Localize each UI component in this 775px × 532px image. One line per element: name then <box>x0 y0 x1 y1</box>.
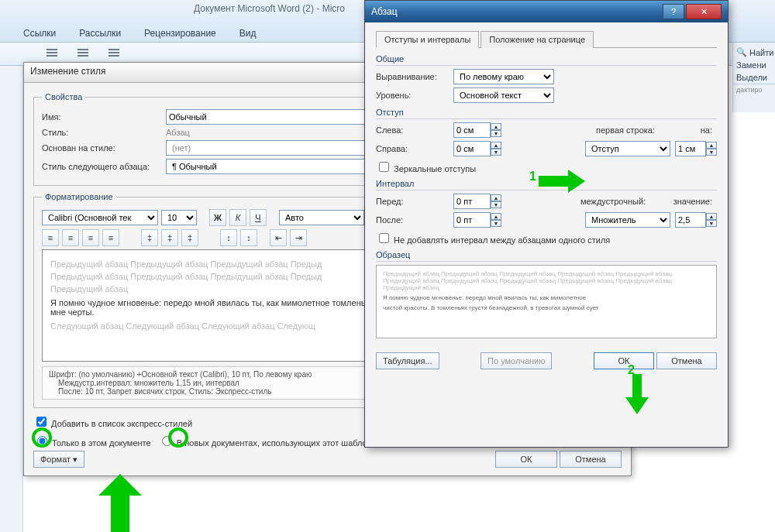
indent-right-label: Справа: <box>376 144 453 153</box>
close-button[interactable]: ✕ <box>686 4 722 19</box>
ribbon-tab-review[interactable]: Рецензирование <box>144 28 216 39</box>
properties-legend: Свойства <box>42 92 85 101</box>
line-spacing-1-button[interactable]: ‡ <box>141 229 158 246</box>
outline-level-select[interactable]: Основной текст <box>453 88 554 103</box>
space-before-spinner[interactable]: ▲▼ <box>453 194 501 209</box>
ribbon-tab-mailings[interactable]: Рассылки <box>79 28 121 39</box>
default-button[interactable]: По умолчанию <box>480 352 552 369</box>
line-spacing-at-spinner[interactable]: ▲▼ <box>675 212 717 228</box>
svg-rect-5 <box>78 55 88 57</box>
help-button[interactable]: ? <box>663 4 684 19</box>
space-before-dec-button[interactable]: ↕ <box>240 229 257 246</box>
font-name-select[interactable]: Calibri (Основной тек <box>42 210 158 225</box>
align-justify-button[interactable]: ≡ <box>102 229 119 246</box>
svg-rect-3 <box>78 49 88 50</box>
italic-button[interactable]: К <box>229 209 246 226</box>
paragraph-ok-button[interactable]: ОК <box>594 352 654 369</box>
svg-marker-10 <box>539 170 585 193</box>
select-link[interactable]: Выдели <box>733 71 775 84</box>
ribbon-tab-references[interactable]: Ссылки <box>23 28 56 39</box>
scope-this-doc-radio[interactable]: Только в этом документе <box>33 438 151 448</box>
svg-rect-2 <box>46 55 57 57</box>
add-quickstyle-checkbox[interactable]: Добавить в список экспресс-стилей <box>33 419 192 428</box>
space-before-label: Перед: <box>376 197 453 206</box>
cancel-button[interactable]: Отмена <box>560 451 622 468</box>
first-line-label: первая строка: <box>596 125 681 135</box>
line-spacing-15-button[interactable]: ‡ <box>161 229 178 246</box>
next-style-label: Стиль следующего абзаца: <box>42 162 166 171</box>
tabs-button[interactable]: Табуляция... <box>376 352 439 369</box>
type-value: Абзац <box>166 128 190 137</box>
by-label: на: <box>681 125 717 135</box>
svg-marker-11 <box>625 374 649 414</box>
line-spacing-label: междустрочный: <box>580 197 666 206</box>
tab-indents-spacing[interactable]: Отступы и интервалы <box>376 31 479 48</box>
at-label: значение: <box>666 197 717 206</box>
annotation-arrow-1 <box>539 170 585 193</box>
ribbon-tab-view[interactable]: Вид <box>239 28 257 39</box>
format-menu-button[interactable]: Формат ▾ <box>33 451 84 468</box>
paragraph-preview: Предыдущий абзац Предыдущий абзац Предыд… <box>376 265 717 338</box>
first-line-by-spinner[interactable]: ▲▼ <box>675 141 717 156</box>
paragraph-dialog: Абзац ? ✕ Отступы и интервалы Положение … <box>364 0 728 448</box>
indent-left-spinner[interactable]: ▲▼ <box>453 122 501 138</box>
underline-button[interactable]: Ч <box>250 209 267 226</box>
svg-rect-7 <box>108 52 119 53</box>
tab-line-breaks[interactable]: Положение на странице <box>480 31 594 48</box>
alignment-label: Выравнивание: <box>376 72 453 81</box>
based-on-label: Основан на стиле: <box>42 143 166 153</box>
no-space-same-style-checkbox[interactable]: Не добавлять интервал между абзацами одн… <box>376 231 610 245</box>
align-left-button[interactable]: ≡ <box>42 229 59 246</box>
annotation-arrow-2 <box>625 374 649 414</box>
annotation-label-1: 1 <box>529 170 536 184</box>
line-spacing-select[interactable]: Множитель <box>585 212 670 228</box>
type-label: Стиль: <box>42 128 166 137</box>
svg-rect-6 <box>108 49 119 50</box>
find-link[interactable]: 🔍 Найти <box>733 46 775 59</box>
name-label: Имя: <box>42 112 166 122</box>
align-right-button[interactable]: ≡ <box>82 229 99 246</box>
replace-link[interactable]: Замени <box>733 59 775 71</box>
formatting-legend: Форматирование <box>42 192 116 201</box>
align-center-button[interactable]: ≡ <box>62 229 79 246</box>
indent-right-spinner[interactable]: ▲▼ <box>453 141 501 156</box>
outline-level-label: Уровень: <box>376 91 453 100</box>
mirror-indents-checkbox[interactable]: Зеркальные отступы <box>376 160 476 174</box>
alignment-select[interactable]: По левому краю <box>453 69 554 84</box>
line-spacing-2-button[interactable]: ‡ <box>181 229 198 246</box>
paragraph-dialog-title: Абзац <box>371 6 398 17</box>
annotation-arrow-up <box>97 474 143 532</box>
space-after-label: После: <box>376 215 453 225</box>
svg-rect-4 <box>78 52 88 53</box>
general-group: Общие <box>376 54 717 66</box>
bold-button[interactable]: Ж <box>209 209 226 226</box>
indent-inc-button[interactable]: ⇥ <box>290 229 307 246</box>
font-size-select[interactable]: 10 <box>161 210 197 225</box>
space-before-inc-button[interactable]: ↕ <box>220 229 237 246</box>
svg-rect-8 <box>108 55 119 57</box>
app-title: Документ Microsoft Word (2) - Micro <box>194 3 345 14</box>
paragraph-cancel-button[interactable]: Отмена <box>656 352 717 369</box>
scope-new-docs-radio[interactable]: В новых документах, использующих этот ша… <box>158 438 372 448</box>
svg-marker-9 <box>98 474 142 532</box>
indent-left-label: Слева: <box>376 125 453 135</box>
editing-pane: 🔍 Найти Замени Выдели дактиро <box>732 43 775 112</box>
sample-group: Образец <box>376 250 717 262</box>
space-after-spinner[interactable]: ▲▼ <box>453 212 501 228</box>
font-color-select[interactable]: Авто <box>279 210 364 225</box>
svg-rect-0 <box>46 49 57 50</box>
first-line-select[interactable]: Отступ <box>585 141 670 156</box>
indent-group: Отступ <box>376 108 717 119</box>
ok-button[interactable]: ОК <box>495 451 557 468</box>
svg-rect-1 <box>46 52 57 53</box>
indent-dec-button[interactable]: ⇤ <box>270 229 287 246</box>
